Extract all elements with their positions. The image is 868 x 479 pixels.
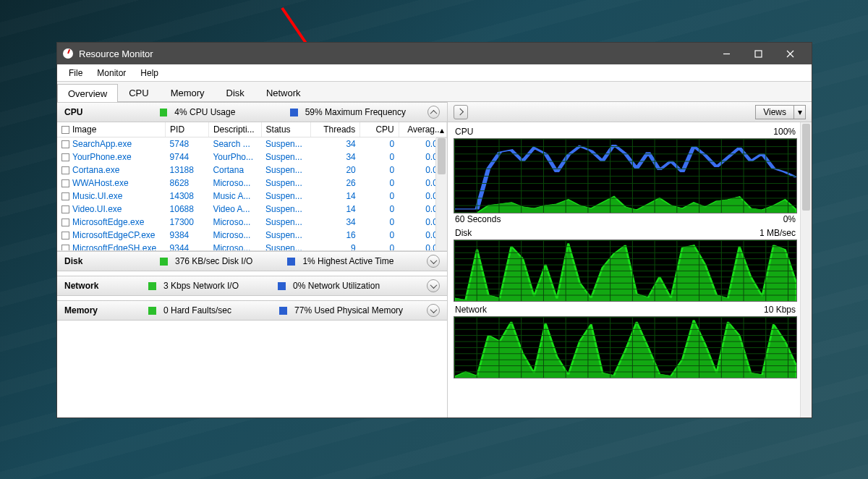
row-checkbox[interactable] bbox=[61, 245, 69, 251]
cpu-chart bbox=[454, 138, 797, 213]
cpu-freq-icon bbox=[290, 109, 297, 116]
disk-io-text: 376 KB/sec Disk I/O bbox=[175, 256, 270, 266]
cpu-chart-xaxis: 60 Seconds bbox=[455, 214, 501, 224]
process-table-wrap: Image PID Descripti... Status Threads CP… bbox=[57, 122, 447, 251]
table-row[interactable]: Music.UI.exe14308Music A...Suspen...1400… bbox=[57, 190, 447, 203]
tabbar: Overview CPU Memory Disk Network bbox=[57, 82, 812, 102]
col-threads[interactable]: Threads bbox=[310, 122, 359, 137]
table-row[interactable]: YourPhone.exe9744YourPho...Suspen...3400… bbox=[57, 151, 447, 164]
maximize-button[interactable] bbox=[742, 43, 774, 64]
col-status[interactable]: Status bbox=[261, 122, 310, 137]
scroll-up-icon[interactable]: ▴ bbox=[436, 122, 447, 138]
right-toolbar: Views ▾ bbox=[448, 102, 812, 122]
charts-scrollbar[interactable] bbox=[800, 122, 812, 417]
disk-chart-block: Disk1 MB/sec bbox=[454, 226, 797, 302]
select-all-checkbox[interactable] bbox=[61, 126, 69, 134]
disk-expand-button[interactable] bbox=[427, 255, 440, 268]
tab-disk[interactable]: Disk bbox=[216, 83, 255, 101]
net-io-icon bbox=[148, 282, 156, 290]
col-cpu[interactable]: CPU bbox=[360, 122, 399, 137]
disk-active-text: 1% Highest Active Time bbox=[302, 256, 411, 266]
close-button[interactable] bbox=[774, 43, 806, 64]
memory-section-title: Memory bbox=[64, 305, 115, 315]
cpu-collapse-button[interactable] bbox=[427, 106, 440, 119]
menu-file[interactable]: File bbox=[61, 67, 90, 80]
collapse-charts-button[interactable] bbox=[454, 105, 468, 119]
tab-overview[interactable]: Overview bbox=[57, 84, 118, 102]
process-table: Image PID Descripti... Status Threads CP… bbox=[57, 122, 447, 251]
titlebar[interactable]: Resource Monitor bbox=[57, 43, 812, 64]
network-chart-block: Network10 Kbps bbox=[454, 303, 797, 378]
row-checkbox[interactable] bbox=[61, 219, 69, 226]
window-title: Resource Monitor bbox=[79, 48, 153, 59]
col-pid[interactable]: PID bbox=[166, 122, 209, 137]
cpu-usage-icon bbox=[160, 109, 167, 116]
tab-memory[interactable]: Memory bbox=[160, 83, 216, 101]
minimize-button[interactable] bbox=[710, 43, 742, 64]
cpu-section-title: CPU bbox=[64, 107, 115, 117]
menubar: File Monitor Help bbox=[57, 64, 812, 82]
mem-used-icon bbox=[279, 307, 287, 315]
cpu-chart-max: 100% bbox=[773, 127, 796, 137]
charts-area: CPU100% 60 Seconds0% Disk1 MB/sec Ne bbox=[448, 122, 812, 417]
disk-io-icon bbox=[160, 258, 168, 266]
mem-faults-text: 0 Hard Faults/sec bbox=[163, 305, 249, 315]
menu-help[interactable]: Help bbox=[133, 67, 166, 80]
table-row[interactable]: MicrosoftEdge.exe17300Microso...Suspen..… bbox=[57, 216, 447, 229]
disk-section-header[interactable]: Disk 376 KB/sec Disk I/O 1% Highest Acti… bbox=[57, 251, 447, 271]
cpu-usage-text: 4% CPU Usage bbox=[174, 107, 252, 117]
tab-network[interactable]: Network bbox=[255, 83, 312, 101]
row-checkbox[interactable] bbox=[61, 153, 69, 161]
mem-used-text: 77% Used Physical Memory bbox=[294, 305, 420, 315]
table-row[interactable]: MicrosoftEdgeCP.exe9384Microso...Suspen.… bbox=[57, 229, 447, 242]
col-image[interactable]: Image bbox=[57, 122, 166, 137]
net-util-text: 0% Network Utilization bbox=[293, 281, 397, 291]
row-checkbox[interactable] bbox=[61, 166, 69, 174]
svg-rect-2 bbox=[755, 51, 762, 57]
row-checkbox[interactable] bbox=[61, 205, 69, 213]
row-checkbox[interactable] bbox=[61, 232, 69, 240]
net-chart-title: Network bbox=[455, 305, 487, 315]
net-chart-max: 10 Kbps bbox=[764, 305, 796, 315]
disk-section-title: Disk bbox=[64, 256, 115, 266]
cpu-freq-text: 59% Maximum Frequency bbox=[305, 107, 423, 117]
net-util-icon bbox=[278, 282, 286, 290]
menu-monitor[interactable]: Monitor bbox=[90, 67, 133, 80]
network-chart bbox=[454, 316, 797, 378]
col-desc[interactable]: Descripti... bbox=[208, 122, 261, 137]
table-row[interactable]: WWAHost.exe8628Microso...Suspen...2600.0… bbox=[57, 177, 447, 190]
views-button[interactable]: Views bbox=[755, 105, 794, 119]
table-header-row: Image PID Descripti... Status Threads CP… bbox=[57, 122, 447, 137]
table-row[interactable]: Cortana.exe13188CortanaSuspen...2000.00 bbox=[57, 164, 447, 177]
memory-section-header[interactable]: Memory 0 Hard Faults/sec 77% Used Physic… bbox=[57, 300, 447, 321]
scroll-thumb[interactable] bbox=[438, 138, 446, 174]
row-checkbox[interactable] bbox=[61, 140, 69, 148]
mem-faults-icon bbox=[148, 307, 156, 315]
table-row[interactable]: SearchApp.exe5748Search ...Suspen...3400… bbox=[57, 137, 447, 151]
disk-chart bbox=[454, 240, 797, 302]
cpu-chart-min: 0% bbox=[783, 214, 796, 224]
views-dropdown-button[interactable]: ▾ bbox=[794, 105, 806, 119]
right-pane: Views ▾ CPU100% 60 Seconds0% Disk1 MB/se… bbox=[448, 102, 812, 417]
disk-active-icon bbox=[287, 258, 295, 266]
cpu-section-header[interactable]: CPU 4% CPU Usage 59% Maximum Frequency bbox=[57, 102, 447, 122]
cpu-chart-title: CPU bbox=[455, 127, 473, 137]
network-expand-button[interactable] bbox=[427, 279, 440, 292]
net-io-text: 3 Kbps Network I/O bbox=[163, 281, 256, 291]
table-row[interactable]: Video.UI.exe10688Video A...Suspen...1400… bbox=[57, 203, 447, 216]
charts-scroll-thumb[interactable] bbox=[802, 124, 810, 211]
resource-monitor-window: Resource Monitor File Monitor Help Overv… bbox=[56, 42, 812, 418]
tab-cpu[interactable]: CPU bbox=[118, 83, 159, 101]
table-row[interactable]: MicrosoftEdgeSH.exe9344Microso...Suspen.… bbox=[57, 242, 447, 251]
memory-expand-button[interactable] bbox=[427, 304, 440, 317]
row-checkbox[interactable] bbox=[61, 179, 69, 187]
row-checkbox[interactable] bbox=[61, 192, 69, 200]
network-section-title: Network bbox=[64, 281, 115, 291]
table-scrollbar[interactable]: ▴ bbox=[435, 138, 447, 250]
cpu-chart-block: CPU100% 60 Seconds0% bbox=[454, 125, 797, 225]
network-section-header[interactable]: Network 3 Kbps Network I/O 0% Network Ut… bbox=[57, 276, 447, 296]
app-icon bbox=[63, 48, 73, 59]
left-pane: CPU 4% CPU Usage 59% Maximum Frequency I… bbox=[57, 102, 448, 417]
disk-chart-max: 1 MB/sec bbox=[760, 228, 796, 238]
disk-chart-title: Disk bbox=[455, 228, 472, 238]
